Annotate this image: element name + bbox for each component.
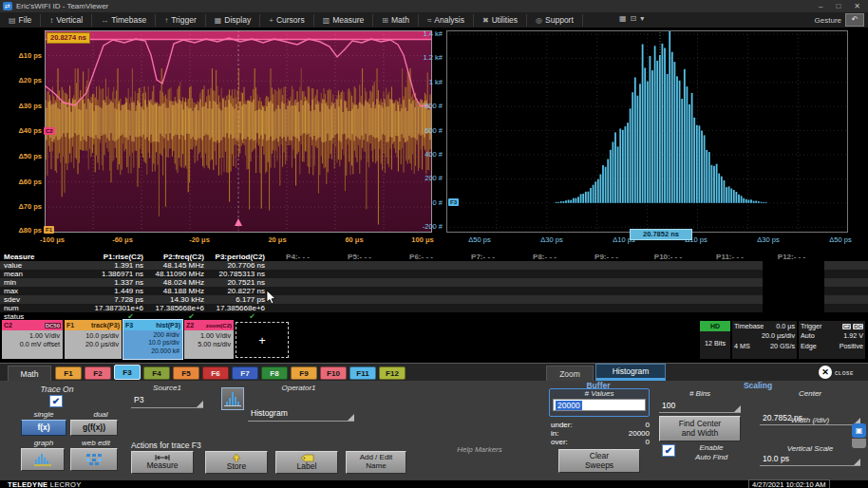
maximize-button[interactable]: □ [836, 2, 840, 10]
find-center-width-button[interactable]: Find Center and Width [659, 416, 741, 441]
monitor-grid-icon[interactable]: ▦ [619, 14, 627, 23]
num-values-input[interactable]: 20000 [553, 399, 646, 411]
col-header[interactable]: P4:- - - [269, 253, 330, 261]
source1-dropdown[interactable]: P3 [131, 395, 203, 408]
add-edit-name-button[interactable]: Add / Edit Name [346, 451, 406, 474]
histogram-center-readout: 20.7852 ns [630, 229, 692, 240]
tab-f4[interactable]: F4 [143, 366, 170, 380]
col-header[interactable]: P11:- - - [701, 253, 763, 261]
label-action-button[interactable]: Label [275, 451, 338, 474]
descriptor-id: F3 [125, 322, 133, 328]
menu-file[interactable]: ▤File [0, 14, 41, 27]
col-header[interactable]: P5:- - - [330, 253, 392, 261]
tab-f5[interactable]: F5 [173, 366, 199, 380]
buffer-under-row: under:0 [551, 421, 650, 429]
menu-measure[interactable]: ▥Measure [314, 14, 374, 27]
menu-label: Vertical [56, 15, 83, 25]
menu-vertical[interactable]: ↕Vertical [41, 14, 92, 27]
tab-f12[interactable]: F12 [379, 366, 406, 380]
col-header: Measure [0, 253, 47, 261]
persistence-waveform-plot[interactable] [45, 30, 432, 233]
trace-on-checkbox[interactable]: ✔ [49, 395, 63, 407]
col-header[interactable]: P9:- - - [577, 253, 639, 261]
tab-histogram-active[interactable]: Histogram [595, 364, 666, 381]
operator1-dropdown[interactable]: Histogram [248, 408, 354, 422]
menu-display[interactable]: ▦Display [206, 14, 260, 27]
timebase-box[interactable]: Timebase0.0 μs 20.0 μs/div 4 MS20 GS/s [732, 321, 797, 359]
tab-f11[interactable]: F11 [349, 366, 376, 380]
menu-timebase[interactable]: ↔Timebase [92, 14, 156, 27]
tab-math[interactable]: Math [8, 366, 51, 381]
web-edit-button[interactable] [70, 448, 118, 471]
fullscreen-icon[interactable]: ⊡ [631, 14, 637, 23]
channel-descriptor-c2[interactable]: C2 DC50 1.00 V/div0.0 mV offset [2, 320, 63, 359]
menu-label: Trigger [171, 15, 197, 25]
timebase-delay: 0.0 μs [776, 322, 795, 331]
left-x-tick: 20 μs [258, 235, 296, 244]
tab-f2[interactable]: F2 [85, 366, 111, 380]
minimize-button[interactable]: – [819, 2, 822, 10]
descriptor-line: 20.0 μs/div [67, 340, 119, 348]
col-header[interactable]: P6:- - - [392, 253, 454, 261]
tab-f9[interactable]: F9 [291, 366, 317, 380]
tab-f10[interactable]: F10 [320, 366, 347, 380]
menu-support[interactable]: ◎Support [527, 14, 583, 27]
col-header[interactable]: P10:- - - [639, 253, 701, 261]
undo-gesture-button[interactable]: ↶ [845, 13, 864, 27]
f1-trace-badge[interactable]: F1 [44, 226, 54, 234]
cursor-readout: 20.8274 ns [47, 32, 90, 44]
brand-teledyne: TELEDYNE [8, 480, 47, 488]
tab-f6[interactable]: F6 [202, 366, 229, 380]
measure-action-button[interactable]: Measure [131, 451, 194, 474]
trace-descriptor-f3-selected[interactable]: F3 hist(P3) 200 #/div 10.0 ps/div 20.000… [123, 320, 182, 359]
c2-trace-badge[interactable]: C2 [44, 127, 55, 135]
trigger-label: Trigger [801, 322, 822, 331]
menu-cursors[interactable]: +Cursors [260, 14, 313, 27]
menubar: ▤File ↕Vertical ↔Timebase ↑Trigger ▦Disp… [0, 12, 868, 28]
store-action-button[interactable]: Store [205, 451, 268, 474]
close-dialog-button[interactable]: ✕ [819, 366, 832, 379]
hd-mode-box[interactable]: HD 12 Bits [700, 321, 730, 359]
menu-analysis[interactable]: ≈Analysis [419, 14, 474, 27]
tab-zoom[interactable]: Zoom [546, 366, 594, 381]
cell: 20.785313 ns [208, 270, 269, 278]
tab-f1[interactable]: F1 [55, 366, 82, 380]
trigger-box[interactable]: Trigger C2DC Auto1.92 V EdgePositive [799, 321, 865, 359]
teamviewer-bubble-icon[interactable]: ▣ [852, 423, 866, 438]
num-bins-dropdown[interactable]: 100 [659, 401, 741, 413]
col-header[interactable]: P8:- - - [516, 253, 577, 261]
single-fx-button[interactable]: f(x) [21, 420, 66, 436]
tab-f7[interactable]: F7 [232, 366, 258, 380]
zoom-descriptor-z2[interactable]: Z2 zoom(C2) 1.00 V/div5.00 ns/div [184, 320, 234, 359]
f3-trace-badge[interactable]: F3 [448, 198, 459, 206]
right-x-tick: Δ50 ps [820, 235, 861, 244]
col-header[interactable]: P12:- - - [763, 253, 824, 261]
add-trace-drop-target[interactable]: + [236, 322, 289, 358]
col-header[interactable]: P7:- - - [454, 253, 516, 261]
col-header[interactable]: P1:rise(C2) [47, 253, 147, 261]
chevron-down-icon[interactable]: ▾ [640, 14, 644, 23]
menu-utilities[interactable]: ✖Utilities [474, 14, 527, 27]
col-header[interactable]: P2:freq(C2) [147, 253, 208, 261]
width-div-dropdown[interactable]: 10.0 ps [760, 454, 860, 466]
histogram-plot[interactable] [446, 30, 848, 233]
dual-gfx-button[interactable]: g(f(x)) [70, 420, 118, 436]
over-label: over: [551, 438, 568, 446]
tab-f3-active[interactable]: F3 [114, 365, 141, 380]
enable-auto-find-checkbox[interactable]: ✔ [662, 444, 675, 457]
menu-math[interactable]: ⊞Math [373, 14, 419, 27]
left-x-tick: -100 μs [33, 235, 71, 244]
trace-descriptor-f1[interactable]: F1 track(P3) 10.0 ps/div20.0 μs/div [65, 320, 122, 359]
right-y-tick: 1.4 k# [405, 29, 443, 38]
graph-mode-button[interactable] [21, 448, 65, 471]
utilities-icon: ✖ [482, 16, 489, 25]
tab-f8[interactable]: F8 [261, 366, 288, 380]
teamviewer-flap[interactable] [852, 439, 866, 448]
gfx-label: g(f(x)) [83, 423, 105, 432]
clear-sweeps-button[interactable]: Clear Sweeps [558, 449, 640, 473]
col-header[interactable]: P3:period(C2) [208, 253, 269, 261]
histogram-operator-icon-button[interactable] [221, 387, 244, 410]
close-window-button[interactable]: ✕ [854, 2, 860, 10]
right-y-tick: 0 # [405, 198, 443, 207]
menu-trigger[interactable]: ↑Trigger [156, 14, 206, 27]
